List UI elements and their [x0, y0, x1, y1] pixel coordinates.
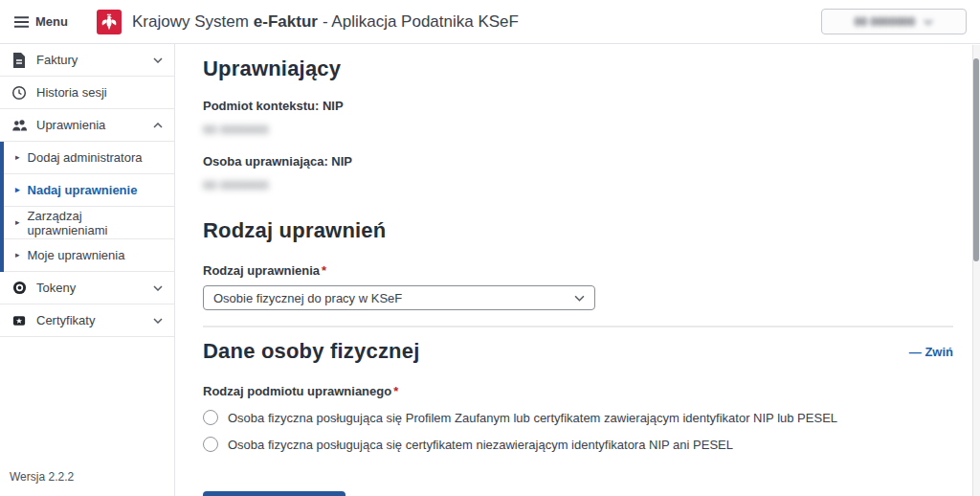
sidebar-subitem-label: Dodaj administratora: [28, 150, 143, 165]
sidebar-subgroup-uprawnienia: ▸ Dodaj administratora ▸ Nadaj uprawnien…: [0, 142, 174, 272]
certificate-icon: [11, 313, 27, 328]
clock-icon: [11, 85, 27, 101]
arrow-right-icon: ▸: [15, 251, 20, 259]
menu-label: Menu: [35, 14, 68, 29]
arrow-right-icon: ▸: [15, 186, 20, 194]
arrow-right-icon: ▸: [15, 218, 20, 227]
radio-button-icon[interactable]: [203, 410, 218, 425]
radio-option-profil-zaufany[interactable]: Osoba fizyczna posługująca się Profilem …: [203, 410, 953, 425]
section-title-person-data: Dane osoby fizycznej: [203, 339, 420, 364]
permission-type-select-value: Osobie fizycznej do pracy w KSeF: [213, 291, 402, 305]
page-title: Uprawniający: [203, 56, 953, 81]
section-divider: [203, 326, 953, 327]
granting-person-value-redacted: 00 0000000: [203, 178, 269, 192]
sidebar-subitem-label: Zarządzaj uprawnieniami: [28, 209, 163, 237]
collapse-link[interactable]: — Zwiń: [909, 345, 953, 359]
menu-button[interactable]: Menu: [13, 14, 68, 30]
sidebar-item-label: Certyfikaty: [36, 313, 144, 327]
sidebar-item-uprawnienia[interactable]: Uprawnienia: [0, 109, 174, 142]
radio-option-label: Osoba fizyczna posługująca się certyfika…: [228, 438, 733, 452]
account-nip-chip[interactable]: 00 0000000: [821, 9, 967, 34]
scrollbar-track[interactable]: [972, 45, 980, 496]
section-title-permission-type: Rodzaj uprawnień: [203, 218, 953, 243]
chevron-down-icon: [153, 57, 163, 63]
radio-option-label: Osoba fizyczna posługująca się Profilem …: [228, 411, 837, 425]
eagle-icon: [100, 11, 119, 33]
sidebar-subitem-nadaj-uprawnienie[interactable]: ▸ Nadaj uprawnienie: [4, 174, 174, 207]
chevron-down-icon: [924, 19, 933, 25]
granting-person-label: Osoba uprawniająca: NIP: [203, 154, 953, 169]
sidebar-item-tokeny[interactable]: Tokeny: [0, 272, 174, 304]
app-version: Wersja 2.2.2: [10, 470, 74, 484]
account-nip-redacted: 00 0000000: [855, 15, 933, 29]
arrow-right-icon: ▸: [15, 153, 20, 162]
radio-option-certyfikat-bez-nip-pesel[interactable]: Osoba fizyczna posługująca się certyfika…: [203, 437, 953, 452]
document-icon: [11, 53, 27, 68]
sidebar-subitem-zarzadzaj-uprawnieniami[interactable]: ▸ Zarządzaj uprawnieniami: [4, 207, 174, 239]
permission-type-select[interactable]: Osobie fizycznej do pracy w KSeF: [203, 285, 595, 310]
permission-type-label: Rodzaj uprawnienia*: [203, 263, 953, 278]
grant-permissions-button[interactable]: Nadaj uprawnienia: [203, 491, 345, 496]
app-title-regular: Krajowy System: [132, 12, 249, 32]
sidebar-item-historia-sesji[interactable]: Historia sesji: [0, 77, 174, 109]
context-entity-label: Podmiot kontekstu: NIP: [203, 99, 953, 113]
sidebar-subitem-dodaj-administratora[interactable]: ▸ Dodaj administratora: [4, 142, 174, 174]
app-title: Krajowy System e-Faktur - Aplikacja Poda…: [132, 12, 519, 32]
sidebar-item-label: Historia sesji: [36, 85, 163, 100]
required-asterisk: *: [393, 384, 398, 398]
app-header: Menu Krajowy System e-Faktur - Aplikacja…: [0, 0, 980, 44]
hamburger-icon: [13, 14, 29, 30]
people-icon: [11, 118, 27, 133]
sidebar-subitem-moje-uprawnienia[interactable]: ▸ Moje uprawnienia: [4, 239, 174, 272]
sidebar-subitem-label: Moje uprawnienia: [28, 248, 125, 262]
token-icon: [11, 281, 27, 296]
app-title-suffix: - Aplikacja Podatnika KSeF: [323, 12, 519, 32]
chevron-down-icon: [574, 295, 585, 302]
scrollbar-thumb[interactable]: [973, 58, 979, 261]
chevron-up-icon: [153, 123, 163, 128]
entity-kind-group-label: Rodzaj podmiotu uprawnianego*: [203, 384, 953, 398]
context-entity-value-redacted: 00 0000000: [203, 123, 269, 137]
sidebar-item-label: Faktury: [36, 53, 144, 67]
sidebar-item-certyfikaty[interactable]: Certyfikaty: [0, 304, 174, 337]
chevron-down-icon: [153, 318, 163, 324]
polish-eagle-logo: [97, 10, 122, 34]
chevron-down-icon: [153, 285, 163, 291]
radio-button-icon[interactable]: [203, 437, 218, 452]
sidebar: Faktury Historia sesji Uprawnienia ▸ Dod: [0, 44, 175, 496]
sidebar-subitem-label: Nadaj uprawnienie: [28, 183, 138, 197]
main-content: Uprawniający Podmiot kontekstu: NIP 00 0…: [175, 44, 980, 496]
required-asterisk: *: [322, 263, 326, 278]
sidebar-item-label: Uprawnienia: [36, 118, 144, 132]
app-title-bold: e-Faktur: [254, 12, 318, 32]
sidebar-item-label: Tokeny: [36, 281, 144, 295]
sidebar-item-faktury[interactable]: Faktury: [0, 44, 174, 77]
